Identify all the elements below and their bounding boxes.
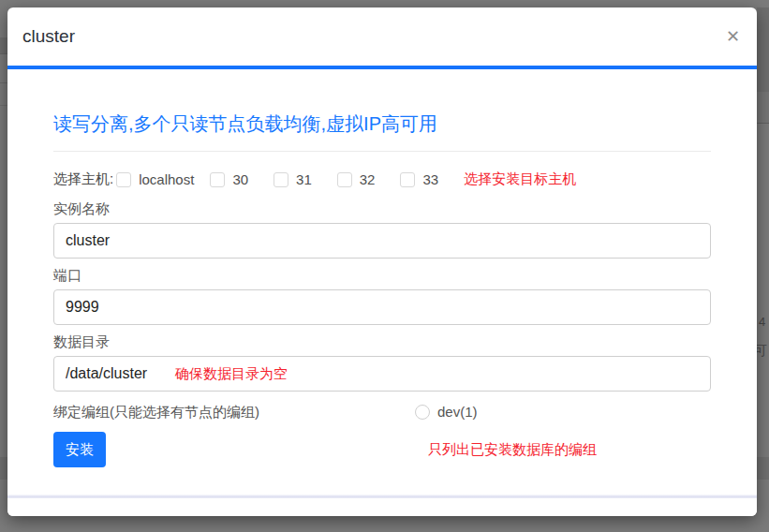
backdrop-right-strip: 4 可	[757, 0, 769, 532]
host-checkbox-localhost[interactable]: localhost	[116, 171, 194, 187]
host-checkbox-33[interactable]: 33	[400, 171, 438, 187]
backdrop-band	[0, 457, 7, 480]
backdrop-band	[757, 92, 769, 124]
host-option-label: 32	[360, 171, 376, 187]
host-checkbox-32[interactable]: 32	[337, 171, 376, 187]
instance-name-field: 实例名称	[53, 200, 711, 259]
host-option-label: 33	[422, 171, 438, 187]
port-field: 端口	[53, 266, 711, 325]
group-list-hint: 只列出已安装数据库的编组	[428, 441, 597, 459]
host-option-label: 30	[232, 171, 248, 187]
backdrop-left-strip	[0, 0, 7, 532]
group-radio-label: dev(1)	[437, 404, 478, 420]
instance-name-input[interactable]	[53, 223, 711, 259]
host-option-label: localhost	[139, 171, 194, 187]
select-host-label: 选择主机:	[53, 170, 113, 188]
bind-group-label: 绑定编组(只能选择有节点的编组)	[53, 404, 259, 420]
backdrop-row-line	[0, 105, 7, 106]
data-dir-label: 数据目录	[53, 332, 711, 351]
port-input[interactable]	[53, 289, 711, 325]
instance-name-label: 实例名称	[53, 200, 711, 218]
dialog-body: 读写分离,多个只读节点负载均衡,虚拟IP高可用 选择主机: localhost …	[7, 69, 757, 495]
radio-icon[interactable]	[415, 405, 430, 420]
data-dir-input[interactable]	[53, 356, 711, 392]
backdrop-band	[0, 37, 7, 54]
data-dir-field: 数据目录 确保数据目录为空	[53, 332, 711, 392]
host-checkbox-31[interactable]: 31	[274, 171, 312, 187]
close-icon[interactable]: ✕	[726, 28, 740, 45]
backdrop-band	[757, 457, 769, 480]
host-select-row: 选择主机: localhost 30 31 32 33 选择安装目标主机	[53, 170, 711, 188]
data-dir-input-wrap: 确保数据目录为空	[53, 356, 711, 392]
checkbox-icon[interactable]	[116, 172, 131, 187]
checkbox-icon[interactable]	[274, 172, 288, 187]
backdrop-band	[757, 7, 769, 92]
host-option-label: 31	[296, 171, 312, 187]
port-label: 端口	[53, 266, 711, 285]
dialog-footer	[7, 498, 757, 516]
install-cluster-dialog: cluster ✕ 读写分离,多个只读节点负载均衡,虚拟IP高可用 选择主机: …	[7, 7, 757, 516]
checkbox-icon[interactable]	[400, 172, 415, 187]
host-select-hint: 选择安装目标主机	[464, 170, 576, 188]
section-divider	[53, 151, 711, 152]
bind-group-row: 绑定编组(只能选择有节点的编组) dev(1)	[53, 404, 711, 422]
action-row: 安装 只列出已安装数据库的编组	[53, 432, 711, 469]
backdrop-peek-text: 4	[759, 315, 765, 329]
install-button[interactable]: 安装	[53, 432, 106, 467]
dialog-header: cluster ✕	[7, 7, 757, 66]
cluster-description: 读写分离,多个只读节点负载均衡,虚拟IP高可用	[53, 111, 711, 137]
checkbox-icon[interactable]	[337, 172, 352, 187]
dialog-title: cluster	[22, 26, 75, 47]
group-radio-dev[interactable]: dev(1)	[415, 404, 478, 420]
checkbox-icon[interactable]	[210, 172, 225, 187]
host-checkbox-30[interactable]: 30	[210, 171, 248, 187]
backdrop-row-line	[0, 82, 7, 83]
